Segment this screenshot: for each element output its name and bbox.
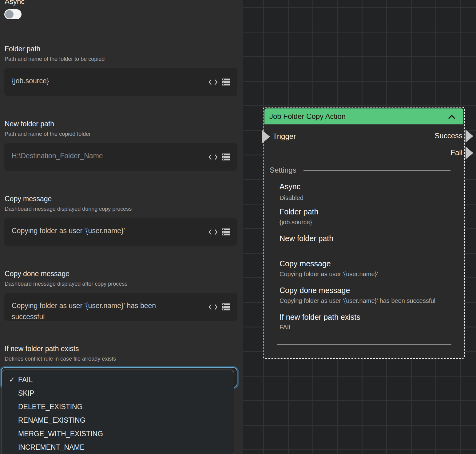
success-port-label: Success xyxy=(434,131,462,140)
list-variables-icon[interactable] xyxy=(222,79,230,86)
list-variables-icon[interactable] xyxy=(222,229,230,236)
node-setting-label: Copy message xyxy=(280,259,331,268)
code-icon[interactable] xyxy=(208,79,218,85)
field-description: Dashboard message displayed after copy p… xyxy=(5,280,127,287)
dropdown-option-delete-existing[interactable]: DELETE_EXISTING xyxy=(2,400,234,413)
field-placeholder: H:\Destination_Folder_Name xyxy=(12,150,103,161)
field-description: Path and name of the folder to be copied xyxy=(5,56,105,62)
list-variables-icon[interactable] xyxy=(222,303,230,311)
node-settings-title: Settings xyxy=(270,166,296,174)
copy-message-input[interactable]: Copying folder as user '{user.name}' xyxy=(4,218,237,246)
field-label: Copy done message xyxy=(5,269,69,278)
chevron-up-icon[interactable] xyxy=(448,115,455,120)
node-setting-label: Copy done message xyxy=(280,286,350,295)
node-setting-label: New folder path xyxy=(280,234,333,243)
field-value: Copying folder as user '{user.name}' has… xyxy=(12,300,190,322)
dropdown-option-merge-with-existing[interactable]: MERGE_WITH_EXISTING xyxy=(2,427,234,440)
node-setting-value: Disabled xyxy=(280,194,303,202)
trigger-port-label: Trigger xyxy=(273,132,296,141)
trigger-input-port[interactable] xyxy=(262,130,270,143)
field-value: {job.source} xyxy=(12,75,49,86)
dropdown-option-skip[interactable]: SKIP xyxy=(2,386,234,400)
node-setting-value: {job.source} xyxy=(280,218,312,226)
folder-path-input[interactable]: {job.source} xyxy=(4,68,237,96)
dropdown-option-increment-name[interactable]: INCREMENT_NAME xyxy=(2,440,234,454)
field-label: Copy message xyxy=(5,194,52,203)
node-setting-label: If new folder path exists xyxy=(280,312,360,322)
fail-port-label: Fail xyxy=(450,148,462,157)
node-setting-label: Folder path xyxy=(280,207,318,216)
node-setting-value: FAIL xyxy=(280,323,292,331)
toggle-knob xyxy=(5,10,14,18)
new-folder-path-input[interactable]: H:\Destination_Folder_Name xyxy=(4,143,237,171)
check-icon: ✓ xyxy=(9,373,15,386)
node-setting-value: Copying folder as user '{user.name}' has… xyxy=(280,297,435,305)
dropdown-option-fail[interactable]: ✓ FAIL xyxy=(2,373,234,386)
field-value: Copying folder as user '{user.name}' xyxy=(12,225,125,236)
node-title: Job Folder Copy Action xyxy=(269,108,346,124)
node-bottom-divider xyxy=(277,344,451,345)
field-description: Dashboard message displayed during copy … xyxy=(5,205,132,212)
async-toggle-label: Async xyxy=(5,0,25,6)
code-icon[interactable] xyxy=(208,229,218,235)
fail-output-port[interactable] xyxy=(466,147,473,159)
code-icon[interactable] xyxy=(208,303,218,310)
field-description: Path and name of the copied folder xyxy=(5,131,91,137)
job-folder-copy-action-node[interactable]: Job Folder Copy Action Trigger Success F… xyxy=(263,107,465,359)
field-description: Defines conflict rule in case file alrea… xyxy=(5,355,116,362)
node-header[interactable]: Job Folder Copy Action xyxy=(264,108,463,124)
code-icon[interactable] xyxy=(208,154,218,160)
field-label: New folder path xyxy=(5,119,54,128)
dropdown-option-rename-existing[interactable]: RENAME_EXISTING xyxy=(2,413,234,427)
field-label: Folder path xyxy=(5,45,40,53)
async-toggle[interactable] xyxy=(4,9,22,19)
success-output-port[interactable] xyxy=(466,130,473,143)
settings-panel: Async Folder path Path and name of the f… xyxy=(0,0,243,454)
list-variables-icon[interactable] xyxy=(222,154,230,161)
conflict-rule-dropdown: ✓ FAIL SKIP DELETE_EXISTING RENAME_EXIST… xyxy=(2,370,234,454)
node-setting-label: Async xyxy=(280,182,300,191)
copy-done-message-input[interactable]: Copying folder as user '{user.name}' has… xyxy=(4,293,237,321)
node-setting-value: Copying folder as user '{user.name}' xyxy=(280,270,378,278)
settings-divider xyxy=(303,170,450,171)
field-label: If new folder path exists xyxy=(5,344,79,353)
